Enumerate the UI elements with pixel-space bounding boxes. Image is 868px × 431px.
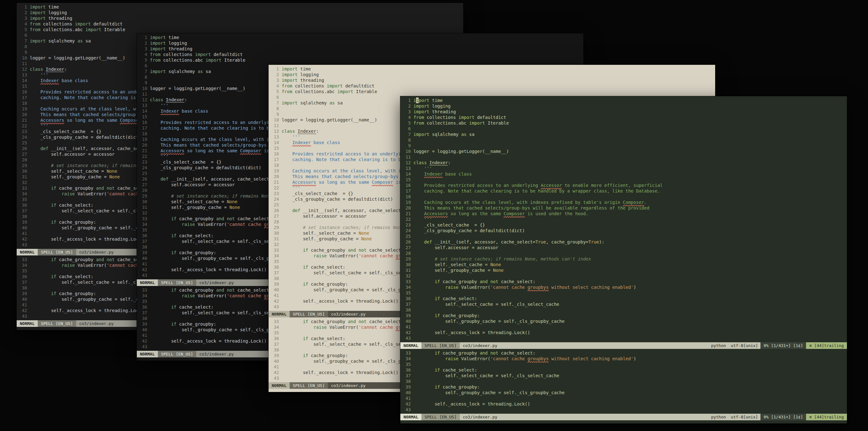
spell-indicator: SPELL [EN_US] [38,249,76,255]
line-number: 29 [19,163,27,168]
code-line: 43 [403,407,847,412]
line-number: 9 [403,143,411,149]
line-number: 17 [271,157,279,162]
line-number: 36 [403,367,411,373]
line-number: 25 [19,140,27,146]
code-line: 36 if cache_select: [403,296,847,301]
line-number: 39 [139,250,147,255]
code-text: from collections import defaultdict [30,21,123,26]
editor-pane-top[interactable]: 1import timei2import logging3import thre… [400,96,847,342]
line-number: 19 [403,199,411,205]
line-number: 1 [139,35,147,40]
code-line: 29 # set instance caches; if remains Non… [403,256,847,262]
code-text: ''' [282,134,300,140]
line-number: 30 [19,168,27,174]
line-number: 37 [403,301,411,307]
code-text: self._groupby_cache = None [30,174,120,179]
line-number: 38 [271,347,279,353]
editor-pane-bottom[interactable]: 33 if cache_groupby and not cache_select… [400,349,847,414]
line-number: 40 [403,390,411,396]
line-number: 34 [19,191,27,196]
line-number: 17 [139,125,147,131]
code-line: 11 [403,154,847,160]
line-number: 27 [403,245,411,250]
code-text: self._groupby_cache = None [282,236,372,241]
code-text: if cache_select: [30,274,93,279]
code-line: 25 [403,234,847,239]
line-number: 17 [403,188,411,194]
line-number: 2 [139,40,147,46]
code-line: 43 [403,335,847,341]
mode-indicator: NORMAL [137,279,158,286]
line-number: 14 [139,108,147,114]
code-text: from collections import defaultdict [282,83,375,88]
line-number: 20 [403,205,411,211]
line-number: 40 [271,358,279,364]
line-number: 27 [271,213,279,219]
line-number: 39 [403,384,411,390]
line-number: 35 [403,362,411,367]
code-text: import logging [30,10,67,15]
code-text: self._select_cache = None [282,230,369,236]
line-number: 9 [139,80,147,86]
code-line: 2import logging [403,103,847,109]
line-number: 38 [271,276,279,281]
code-line: 17 caching. Note that cache clearing is … [403,188,847,194]
code-text: self._access_lock = threading.Lock() [282,299,399,304]
code-text: ''' [413,217,432,222]
code-line: 13 ''' [403,165,847,171]
line-number: 36 [139,233,147,239]
trailing-whitespace-indicator: ≡ [44]trailing [806,414,847,420]
encoding-indicator: utf-8[unix] [728,414,761,420]
line-number: 11 [139,91,147,97]
line-number: 2 [19,10,27,16]
statusline-spacer [500,414,709,420]
mode-indicator: NORMAL [269,311,290,317]
line-number: 19 [19,106,27,112]
line-number: 41 [19,302,27,308]
statusline-spacer [500,342,709,349]
spell-indicator: SPELL [EN_US] [290,311,328,317]
code-text: if cache_groupby and not cache_select: [30,186,152,191]
code-text: self._groupby_cache = self._cls_groupby_… [413,319,564,324]
code-line: 6 [403,126,847,131]
code-line: 5from collections.abc import Iterable [403,120,847,126]
code-line: 7import sqlalchemy as sa [403,131,847,137]
line-number: 39 [139,321,147,327]
line-number: 9 [271,111,279,117]
line-number: 22 [403,216,411,222]
filename-label: co3/indexer.py [76,320,117,327]
misspelled-word: Indexer [40,78,59,83]
line-number: 38 [139,315,147,321]
code-line: 12class Indexer: [403,160,847,165]
line-number: 39 [271,281,279,287]
code-text: _cls_select_cache = {} [150,159,222,164]
mode-indicator: NORMAL [400,342,422,349]
code-text: logger = logging.getLogger(__name__) [413,149,509,154]
line-number: 43 [139,272,147,278]
code-text: self.accessor = accessor [150,182,235,187]
code-text: import logging [282,72,319,77]
terminal-window-4[interactable]: 1import timei2import logging3import thre… [400,96,847,424]
line-number: 24 [139,165,147,171]
line-number: 12 [139,97,147,102]
code-line: 19 Caching occurs at the class level, wi… [403,199,847,205]
line-number: 4 [139,52,147,57]
filename-label: co3/indexer.py [196,279,237,286]
filetype-indicator: python [709,414,728,420]
line-number: 30 [271,230,279,236]
code-text: self._select_cache = None [30,168,117,174]
code-text: import time [150,35,179,40]
line-number: 15 [271,145,279,151]
code-line: 4from collections import defaultdict [403,115,847,120]
code-line: 14 Indexer base class [403,171,847,177]
line-number: 30 [139,199,147,205]
line-number: 38 [139,244,147,250]
code-text: if cache_groupby and not cache_select: [282,248,404,253]
code-text: if cache_select: [413,296,477,301]
code-text: Provides restricted access to an underly… [413,183,663,188]
line-number: 8 [19,44,27,50]
code-line: 36 if cache_select: [403,367,847,373]
line-number: 21 [271,179,279,185]
line-number: 9 [19,50,27,55]
